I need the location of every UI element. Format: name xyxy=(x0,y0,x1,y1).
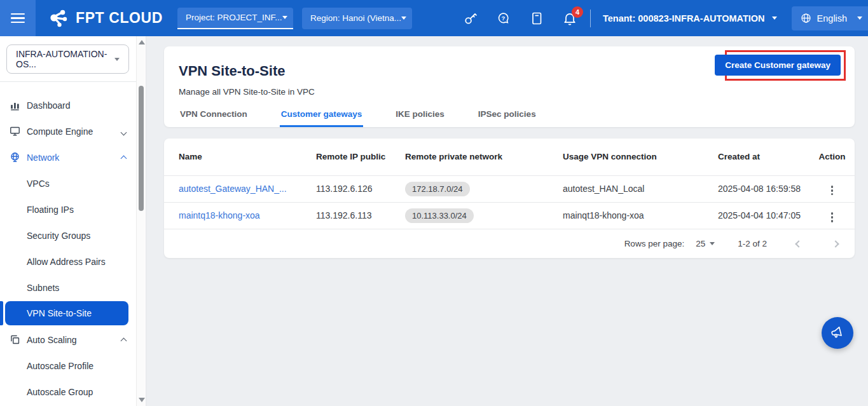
sidebar-item-compute-engine[interactable]: Compute Engine xyxy=(0,118,136,144)
sidebar-item-label: Dashboard xyxy=(27,100,71,111)
megaphone-icon xyxy=(829,325,846,341)
column-header-remote-private-network: Remote private network xyxy=(405,139,563,175)
sidebar-nav: Dashboard Compute Engine xyxy=(0,82,136,405)
sidebar-item-label: Auto Scaling xyxy=(27,335,77,345)
usage-vpn-cell: mainqt18-khong-xoa xyxy=(563,202,718,229)
sidebar-item-autoscale-group[interactable]: Autoscale Group xyxy=(0,379,136,405)
sidebar-item-label: VPCs xyxy=(27,179,50,189)
sidebar-item-vpn-site-to-site[interactable]: VPN Site-to-Site xyxy=(5,301,128,325)
customer-gateways-table: Name Remote IP public Remote private net… xyxy=(164,139,855,229)
sidebar-scrollbar[interactable] xyxy=(136,36,145,406)
sidebar-item-auto-scaling[interactable]: Auto Scaling xyxy=(0,327,136,353)
scrollbar-thumb[interactable] xyxy=(139,86,144,211)
project-selector[interactable]: Project: PROJECT_INF... xyxy=(177,8,293,29)
created-at-cell: 2025-04-08 16:59:58 xyxy=(718,175,815,202)
caret-down-icon xyxy=(772,17,777,20)
tab-vpn-connection[interactable]: VPN Connection xyxy=(179,109,249,127)
scroll-up-arrow-icon[interactable] xyxy=(139,40,145,44)
remote-ip-cell: 113.192.6.126 xyxy=(316,175,405,202)
chevron-left-icon xyxy=(795,240,802,247)
tab-bar: VPN Connection Customer gateways IKE pol… xyxy=(179,109,568,127)
customer-gateways-table-card: Name Remote IP public Remote private net… xyxy=(164,139,855,258)
support-chat-button[interactable]: ? xyxy=(496,11,511,26)
region-selector[interactable]: Region: Hanoi (Vietna... xyxy=(302,8,412,29)
brand-text: FPT CLOUD xyxy=(76,10,163,27)
sidebar-item-network[interactable]: Network xyxy=(0,144,136,170)
row-actions-kebab-icon[interactable] xyxy=(827,183,837,198)
globe-icon xyxy=(800,12,812,24)
language-selector[interactable]: English xyxy=(792,6,868,30)
sidebar: INFRA-AUTOMATION-OS... Dashboard xyxy=(0,36,146,406)
topbar: FPT CLOUD Project: PROJECT_INF... Region… xyxy=(0,0,868,36)
table-row: maintq18-khong-xoa 113.192.6.113 10.113.… xyxy=(164,202,855,229)
pagination-range-label: 1-2 of 2 xyxy=(738,239,767,248)
feedback-megaphone-fab[interactable] xyxy=(822,317,853,349)
docs-icon xyxy=(529,11,544,26)
project-selector-label: Project: PROJECT_INF... xyxy=(186,13,282,22)
docs-button[interactable] xyxy=(529,11,544,26)
workspace-selector[interactable]: INFRA-AUTOMATION-OS... xyxy=(6,44,129,74)
column-header-remote-ip-public: Remote IP public xyxy=(316,139,405,175)
sidebar-item-autoscale-profile[interactable]: Autoscale Profile xyxy=(0,353,136,379)
sidebar-item-security-groups[interactable]: Security Groups xyxy=(0,222,136,248)
next-page-button[interactable] xyxy=(830,236,841,251)
scroll-down-arrow-icon[interactable] xyxy=(139,398,145,402)
key-button[interactable] xyxy=(463,11,478,26)
column-header-usage-vpn-connection: Usage VPN connection xyxy=(563,139,718,175)
gateway-name-link[interactable]: autotest_Gateway_HAN_... xyxy=(179,184,287,194)
hamburger-icon xyxy=(11,11,25,26)
main-content: VPN Site-to-Site Manage all VPN Site-to-… xyxy=(146,36,868,406)
sidebar-item-dashboard[interactable]: Dashboard xyxy=(0,92,136,118)
column-header-name: Name xyxy=(164,139,316,175)
workspace-selector-label: INFRA-AUTOMATION-OS... xyxy=(16,49,114,69)
bar-chart-icon xyxy=(9,99,21,111)
tab-ipsec-policies[interactable]: IPSec policies xyxy=(477,109,537,127)
page-subtitle: Manage all VPN Site-to-Site in VPC xyxy=(179,87,315,97)
region-selector-label: Region: Hanoi (Vietna... xyxy=(310,13,401,23)
tab-ike-policies[interactable]: IKE policies xyxy=(394,109,446,127)
topbar-icons: ? 4 xyxy=(463,11,595,26)
caret-down-icon xyxy=(282,16,287,19)
molecule-icon xyxy=(48,7,71,30)
rows-per-page-value: 25 xyxy=(696,239,705,248)
globe-icon xyxy=(9,151,21,163)
sidebar-item-floating-ips[interactable]: Floating IPs xyxy=(0,196,136,222)
caret-down-icon xyxy=(401,17,406,20)
support-chat-icon: ? xyxy=(496,11,511,26)
caret-down-icon xyxy=(710,242,715,245)
sidebar-item-allow-address-pairs[interactable]: Allow Address Pairs xyxy=(0,248,136,274)
remote-ip-cell: 113.192.6.113 xyxy=(316,202,405,229)
chevron-down-icon xyxy=(121,126,126,137)
tenant-selector[interactable]: Tenant: 000823-INFRA-AUTOMATION xyxy=(603,13,777,24)
sidebar-item-label: Floating IPs xyxy=(27,205,74,215)
hamburger-button[interactable] xyxy=(0,0,36,36)
tab-customer-gateways[interactable]: Customer gateways xyxy=(280,109,364,127)
caret-down-icon xyxy=(857,17,862,20)
table-row: autotest_Gateway_HAN_... 113.192.6.126 1… xyxy=(164,175,855,202)
caret-down-icon xyxy=(114,58,120,61)
previous-page-button[interactable] xyxy=(794,236,804,251)
chevron-up-icon xyxy=(121,335,126,345)
chevron-up-icon xyxy=(121,152,126,163)
sidebar-item-label: Network xyxy=(27,152,59,163)
tenant-label: Tenant: 000823-INFRA-AUTOMATION xyxy=(603,13,765,24)
table-pagination: Rows per page: 25 1-2 of 2 xyxy=(164,229,855,258)
create-customer-gateway-button[interactable]: Create Customer gateway xyxy=(715,55,841,76)
table-header-row: Name Remote IP public Remote private net… xyxy=(164,139,855,175)
rows-per-page-select[interactable]: 25 xyxy=(696,239,715,248)
notifications-button[interactable]: 4 xyxy=(562,11,577,26)
usage-vpn-cell: autotest_HAN_Local xyxy=(563,175,718,202)
sidebar-item-vpcs[interactable]: VPCs xyxy=(0,170,136,196)
chevron-right-icon xyxy=(832,240,839,247)
monitor-icon xyxy=(9,125,21,137)
row-actions-kebab-icon[interactable] xyxy=(827,210,837,224)
notification-badge: 4 xyxy=(572,6,583,18)
active-indicator xyxy=(0,301,3,325)
network-pill: 172.18.7.0/24 xyxy=(405,182,470,196)
network-pill: 10.113.33.0/24 xyxy=(405,208,474,223)
sidebar-item-subnets[interactable]: Subnets xyxy=(0,274,136,301)
sidebar-item-label: Autoscale Group xyxy=(27,387,93,397)
sidebar-item-label: Subnets xyxy=(27,283,59,293)
topbar-divider xyxy=(590,10,591,27)
gateway-name-link[interactable]: maintq18-khong-xoa xyxy=(179,210,260,220)
